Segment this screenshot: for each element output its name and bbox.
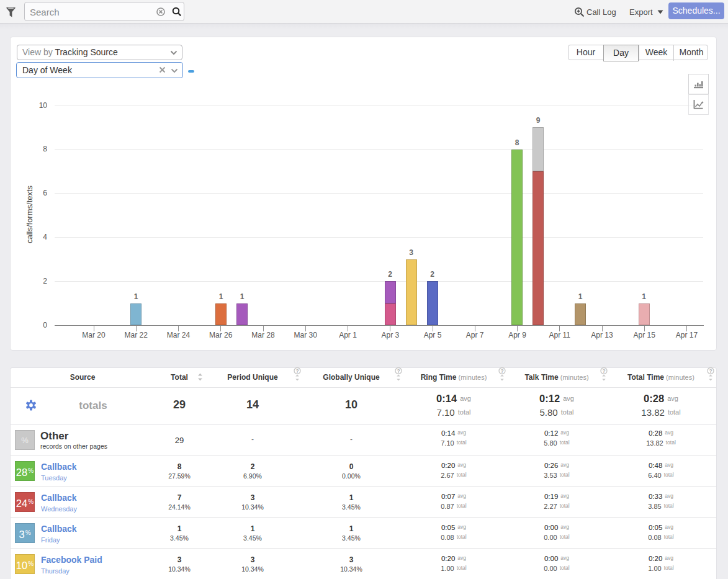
svg-text:?: ? (295, 368, 299, 374)
svg-text:?: ? (602, 368, 605, 374)
svg-text:?: ? (500, 368, 503, 374)
svg-text:?: ? (397, 368, 400, 374)
svg-text:?: ? (709, 368, 712, 374)
